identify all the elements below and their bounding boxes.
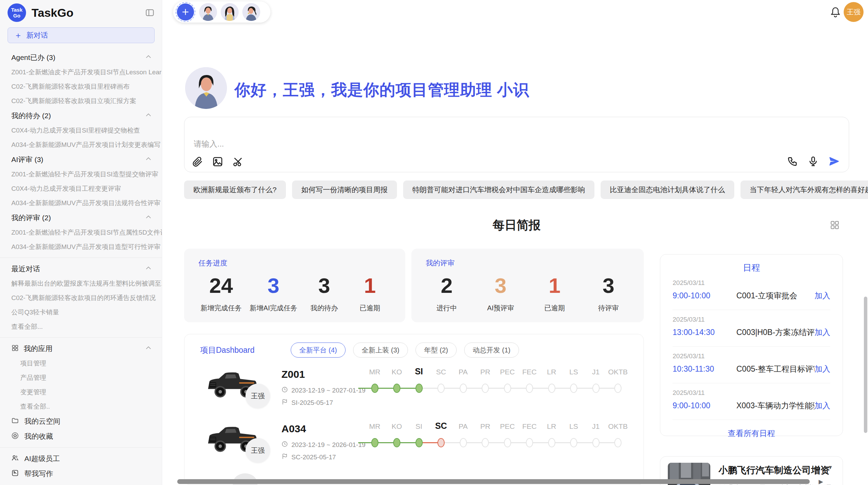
sidebar-task-item[interactable]: C0X4-动力总成开发项目SI里程碑提交物检查 xyxy=(0,123,162,138)
milestone-dot[interactable] xyxy=(614,384,622,393)
suggestion-chip[interactable]: 特朗普可能对进口汽车增税会对中国车企造成哪些影响 xyxy=(403,181,594,199)
milestone-dot[interactable] xyxy=(437,384,445,393)
sidebar-link-1[interactable]: 我的收藏 xyxy=(0,429,162,444)
app-item[interactable]: 项目管理 xyxy=(0,356,162,371)
view-all-schedule-link[interactable]: 查看所有日程 xyxy=(673,428,830,439)
recent-chat-item[interactable]: 公司Q3轻卡销量 xyxy=(0,305,162,320)
suggestion-chip[interactable]: 如何写一份清晰的项目周报 xyxy=(292,181,397,199)
app-item[interactable]: 产品管理 xyxy=(0,371,162,385)
sidebar-link-0[interactable]: 我的云空间 xyxy=(0,414,162,429)
suggestion-chip[interactable]: 欧洲新规最近颁布了什么? xyxy=(184,181,286,199)
chevron-up-icon[interactable] xyxy=(145,155,152,164)
horizontal-scrollbar[interactable] xyxy=(177,479,810,484)
project-dates-row: 2023-12-19 ~ 2026-01-19 xyxy=(281,441,365,449)
scroll-right-arrow-icon[interactable]: ▶ xyxy=(819,478,823,485)
milestone-dot[interactable] xyxy=(570,438,577,447)
milestone-connector xyxy=(467,388,482,389)
sidebar-tool-1[interactable]: 帮我写作 xyxy=(0,466,162,481)
sidebar-task-item[interactable]: Z001-全新燃油轻卡产品开发项目SI造型提交物评审 xyxy=(0,167,162,182)
app-item[interactable]: 变更管理 xyxy=(0,385,162,399)
image-upload-icon[interactable] xyxy=(212,156,223,167)
chevron-up-icon[interactable] xyxy=(145,344,152,353)
milestone-dot[interactable] xyxy=(460,384,467,393)
apps-view-all-link[interactable]: 查看全部.. xyxy=(0,399,162,414)
layout-grid-icon[interactable] xyxy=(830,220,840,232)
attachment-icon[interactable] xyxy=(192,156,203,167)
milestone-dot[interactable] xyxy=(371,384,378,393)
chat-input-box[interactable]: 请输入... xyxy=(184,117,849,172)
new-chat-button[interactable]: ＋ 新对话 xyxy=(8,27,155,43)
milestone-dot[interactable] xyxy=(482,384,489,393)
stat-row: 24新增完成任务3新增AI完成任务3我的待办1已逾期 xyxy=(198,273,391,313)
milestone-dot[interactable] xyxy=(592,384,600,393)
milestone-label: OKTB xyxy=(605,422,631,431)
milestone-dot[interactable] xyxy=(570,384,577,393)
sidebar-task-item[interactable]: C02-飞腾新能源轻客改款项目立项汇报方案 xyxy=(0,94,162,108)
dashboard-filter-chip[interactable]: 全新上装 (3) xyxy=(353,343,408,358)
send-icon[interactable] xyxy=(828,156,840,167)
dashboard-filter-chip[interactable]: 全新平台 (4) xyxy=(291,343,346,358)
agent-avatar-2[interactable] xyxy=(221,3,239,21)
sidebar-task-item[interactable]: A034-全新新能源MUV产品开发项目造型可行性评审 xyxy=(0,240,162,254)
milestone-dot[interactable] xyxy=(415,384,423,393)
sidebar-group-header-label: Agent已办 (3) xyxy=(11,53,145,62)
recent-chat-item[interactable]: C02-飞腾新能源轻客改款项目的闭环通告反馈情况 xyxy=(0,291,162,305)
milestone-dot[interactable] xyxy=(393,384,400,393)
milestone-dot[interactable] xyxy=(371,438,378,447)
milestone-dot[interactable] xyxy=(548,438,555,447)
clock-icon xyxy=(281,441,288,449)
schedule-card: 日程 2025/03/119:00-10:00C001-立项审批会加入2025/… xyxy=(660,254,843,436)
chevron-up-icon[interactable] xyxy=(145,53,152,62)
sidebar-tool-2[interactable]: 创意制图 xyxy=(0,481,162,485)
user-avatar[interactable]: 王强 xyxy=(844,2,864,22)
phone-call-icon[interactable] xyxy=(787,156,798,167)
milestone-dot[interactable] xyxy=(437,438,445,447)
sidebar-task-item[interactable]: C02-飞腾新能源轻客改款项目里程碑画布 xyxy=(0,79,162,94)
milestone-dot[interactable] xyxy=(592,438,600,447)
event-date: 2025/03/11 xyxy=(673,316,830,323)
sidebar-collapse-icon[interactable] xyxy=(145,8,155,18)
sidebar-task-item[interactable]: Z001-全新燃油皮卡产品开发项目SI节点Lesson Learn报告 xyxy=(0,65,162,79)
event-join-link[interactable]: 加入 xyxy=(815,290,830,301)
event-join-link[interactable]: 加入 xyxy=(815,400,830,411)
sidebar-task-item[interactable]: Z001-全新燃油轻卡产品开发项目SI节点属性5D文件评审 xyxy=(0,225,162,240)
dashboard-filter-chip[interactable]: 动总开发 (1) xyxy=(464,343,519,358)
milestone-dot[interactable] xyxy=(460,438,467,447)
vertical-scrollbar[interactable] xyxy=(864,297,867,433)
sidebar-link-label: 我的云空间 xyxy=(24,416,60,426)
milestone-dot[interactable] xyxy=(526,384,533,393)
recent-chat-item[interactable]: 解释最新出台的欧盟报废车法规再生塑料比例被调至15%... xyxy=(0,276,162,291)
sidebar-group-header: AI评审 (3) xyxy=(0,152,162,167)
sidebar-tool-0[interactable]: AI超级员工 xyxy=(0,451,162,466)
milestone-dot[interactable] xyxy=(482,438,489,447)
milestone-dot[interactable] xyxy=(504,384,511,393)
scissors-icon[interactable] xyxy=(232,156,243,167)
notifications-bell-icon[interactable] xyxy=(830,6,841,20)
milestone-dot[interactable] xyxy=(548,384,555,393)
milestone-dot[interactable] xyxy=(614,438,622,447)
event-join-link[interactable]: 加入 xyxy=(815,364,830,374)
sidebar-task-item[interactable]: A034-全新新能源MUV产品开发项目计划变更表编写 xyxy=(0,138,162,152)
project-milestone-flag: SC-2025-05-17 xyxy=(291,453,336,461)
milestone-dot[interactable] xyxy=(526,438,533,447)
microphone-icon[interactable] xyxy=(808,156,819,167)
agent-avatar-1[interactable] xyxy=(199,3,217,21)
sidebar-task-item[interactable]: C0X4-动力总成开发项目工程变更评审 xyxy=(0,182,162,196)
scroll-down-arrow-icon[interactable]: ▼ xyxy=(828,464,833,471)
milestone-dot[interactable] xyxy=(393,438,400,447)
add-agent-button[interactable] xyxy=(176,2,195,22)
milestone-label: LR xyxy=(539,368,564,376)
suggestion-chip[interactable]: 当下年轻人对汽车外观有怎样的喜好趋势 xyxy=(740,181,868,199)
suggestion-chip[interactable]: 比亚迪全固态电池计划具体说了什么 xyxy=(601,181,734,199)
milestone-dot[interactable] xyxy=(415,438,423,447)
milestone-dot[interactable] xyxy=(504,438,511,447)
chevron-up-icon[interactable] xyxy=(145,213,152,223)
chevron-up-icon[interactable] xyxy=(145,111,152,121)
recent-view-all-link[interactable]: 查看全部... xyxy=(0,320,162,334)
event-join-link[interactable]: 加入 xyxy=(815,327,830,338)
dashboard-filter-chip[interactable]: 年型 (2) xyxy=(415,343,457,358)
chevron-up-icon[interactable] xyxy=(145,264,152,274)
sidebar-task-item[interactable]: A034-全新新能源MUV产品开发项目法规符合性评审 xyxy=(0,196,162,210)
agent-avatar-3[interactable] xyxy=(242,3,260,21)
milestone-timeline: MRKOSISCPAPRPECFECLRLSJ1OKTB xyxy=(362,420,640,461)
